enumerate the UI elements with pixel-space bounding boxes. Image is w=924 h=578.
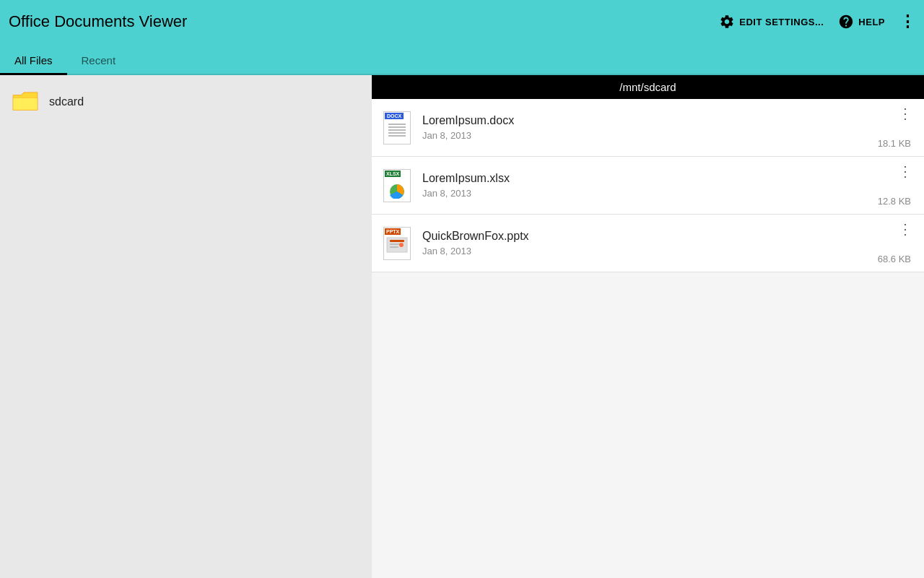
edit-settings-button[interactable]: EDIT SETTINGS... (719, 14, 824, 30)
tab-all-files[interactable]: All Files (0, 47, 67, 74)
file-date-xlsx: Jan 8, 2013 (422, 188, 878, 199)
file-info-pptx: QuickBrownFox.pptx Jan 8, 2013 (422, 230, 878, 256)
app-title: Office Documents Viewer (9, 12, 187, 31)
file-item-xlsx[interactable]: XLSX LoremIpsum.xlsx Jan 8, 2013 ⋮ 12.8 … (372, 157, 924, 215)
folder-icon (12, 91, 39, 113)
svg-rect-2 (390, 240, 404, 242)
sidebar-item-sdcard[interactable]: sdcard (0, 82, 372, 121)
file-name-pptx: QuickBrownFox.pptx (422, 230, 878, 243)
app-header: Office Documents Viewer EDIT SETTINGS...… (0, 0, 924, 43)
gear-icon (719, 14, 735, 30)
file-more-xlsx[interactable]: ⋮ (895, 164, 915, 178)
tab-bar: All Files Recent (0, 43, 924, 75)
file-more-pptx[interactable]: ⋮ (895, 222, 915, 236)
file-meta-pptx: ⋮ 68.6 KB (878, 222, 915, 264)
file-meta-docx: ⋮ 18.1 KB (878, 106, 915, 149)
file-meta-xlsx: ⋮ 12.8 KB (878, 164, 915, 207)
pptx-badge: PPTX (385, 228, 401, 235)
overflow-menu-button[interactable]: ⋮ (899, 12, 915, 31)
help-label: HELP (858, 17, 885, 27)
help-button[interactable]: HELP (838, 14, 885, 30)
edit-settings-label: EDIT SETTINGS... (739, 17, 824, 27)
sidebar: sdcard (0, 75, 372, 578)
file-name-xlsx: LoremIpsum.xlsx (422, 172, 878, 185)
docx-badge: DOCX (385, 113, 404, 119)
svg-point-5 (399, 243, 404, 247)
pptx-content-icon (385, 236, 409, 256)
file-info-xlsx: LoremIpsum.xlsx Jan 8, 2013 (422, 172, 878, 199)
file-item-pptx[interactable]: PPTX QuickBrownFox.pptx Jan 8, 2013 ⋮ (372, 215, 924, 272)
svg-rect-4 (390, 246, 398, 248)
file-item-docx[interactable]: DOCX LoremIpsum.docx Jan 8, 2013 ⋮ 18.1 … (372, 99, 924, 157)
xlsx-chart-icon (385, 180, 409, 199)
file-info-docx: LoremIpsum.docx Jan 8, 2013 (422, 114, 878, 141)
tab-recent[interactable]: Recent (67, 47, 131, 74)
header-actions: EDIT SETTINGS... HELP ⋮ (719, 12, 915, 31)
help-icon (838, 14, 854, 30)
path-header: /mnt/sdcard (372, 75, 924, 99)
file-name-docx: LoremIpsum.docx (422, 114, 878, 127)
file-size-pptx: 68.6 KB (878, 254, 911, 264)
xlsx-badge: XLSX (385, 171, 401, 177)
file-thumb-xlsx: XLSX (380, 168, 414, 204)
main-content: sdcard /mnt/sdcard DOCX Lo (0, 75, 924, 578)
file-thumb-docx: DOCX (380, 110, 414, 146)
file-panel: /mnt/sdcard DOCX LoremIpsum.docx Jan (372, 75, 924, 578)
file-thumb-pptx: PPTX (380, 225, 414, 262)
file-date-pptx: Jan 8, 2013 (422, 246, 878, 256)
folder-name-sdcard: sdcard (49, 95, 84, 108)
file-size-docx: 18.1 KB (878, 138, 911, 149)
file-date-docx: Jan 8, 2013 (422, 130, 878, 141)
file-more-docx[interactable]: ⋮ (895, 106, 915, 121)
file-size-xlsx: 12.8 KB (878, 196, 911, 207)
